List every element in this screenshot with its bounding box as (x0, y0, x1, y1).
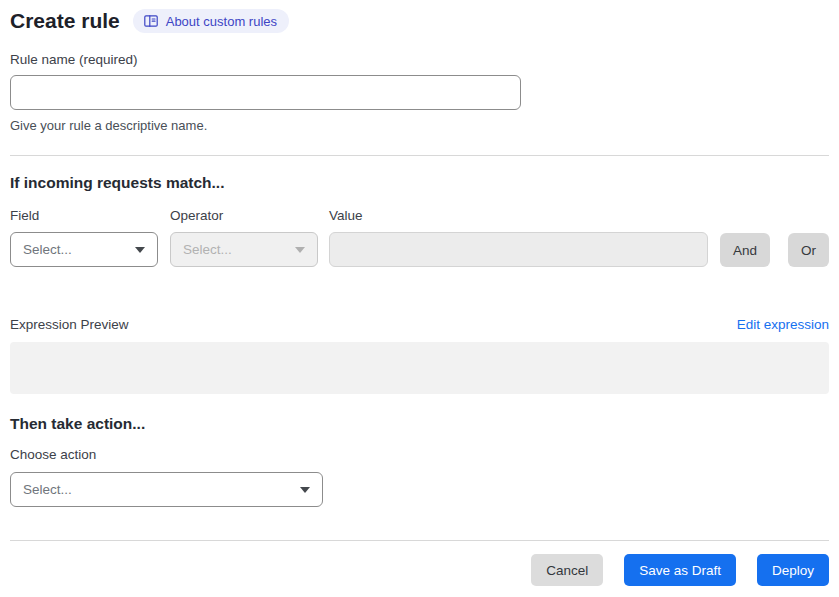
cancel-button[interactable]: Cancel (531, 554, 603, 586)
choose-action-select[interactable]: Select... (10, 472, 323, 507)
page-header: Create rule About custom rules (10, 0, 829, 33)
deploy-button[interactable]: Deploy (757, 554, 829, 586)
rule-name-input[interactable] (10, 75, 521, 110)
operator-label: Operator (170, 208, 318, 223)
choose-action-select-value: Select... (23, 482, 72, 497)
save-as-draft-button[interactable]: Save as Draft (624, 554, 736, 586)
chevron-down-icon (300, 487, 310, 493)
page-title: Create rule (10, 9, 120, 33)
rule-name-label: Rule name (required) (10, 52, 829, 67)
chevron-down-icon (135, 247, 145, 253)
operator-column: Operator Select... (170, 208, 318, 267)
create-rule-page: Create rule About custom rules Rule name… (0, 0, 839, 597)
operator-select-value: Select... (183, 242, 232, 257)
and-button[interactable]: And (720, 233, 770, 267)
footer-actions: Cancel Save as Draft Deploy (10, 554, 829, 586)
edit-expression-link[interactable]: Edit expression (737, 317, 829, 332)
operator-select[interactable]: Select... (170, 232, 318, 267)
value-input[interactable] (329, 232, 708, 267)
field-label: Field (10, 208, 158, 223)
value-column: Value (329, 208, 708, 267)
match-condition-row: Field Select... Operator Select... Value… (10, 208, 829, 267)
book-icon (143, 13, 159, 29)
expression-preview-header: Expression Preview Edit expression (10, 317, 829, 332)
field-select-value: Select... (23, 242, 72, 257)
about-custom-rules-link[interactable]: About custom rules (133, 9, 289, 33)
section-divider (10, 155, 829, 156)
field-column: Field Select... (10, 208, 158, 267)
match-section-heading: If incoming requests match... (10, 174, 829, 192)
about-custom-rules-label: About custom rules (166, 14, 277, 29)
or-button[interactable]: Or (788, 233, 829, 267)
expression-preview-label: Expression Preview (10, 317, 129, 332)
action-section-heading: Then take action... (10, 415, 829, 433)
value-label: Value (329, 208, 708, 223)
rule-name-helper-text: Give your rule a descriptive name. (10, 118, 829, 133)
field-select[interactable]: Select... (10, 232, 158, 267)
chevron-down-icon (295, 247, 305, 253)
footer-divider (10, 540, 829, 541)
expression-preview-box (10, 342, 829, 394)
choose-action-label: Choose action (10, 447, 829, 462)
